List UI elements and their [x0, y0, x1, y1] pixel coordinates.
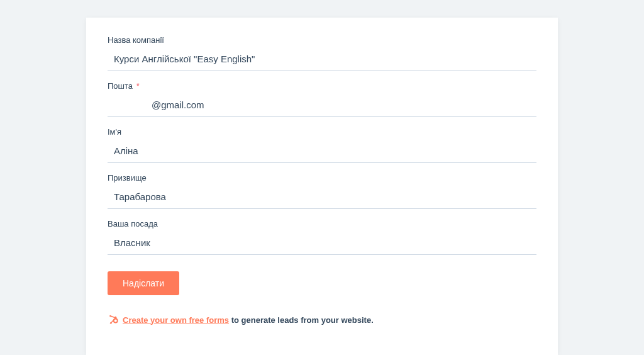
company-label: Назва компанії: [108, 35, 536, 45]
svg-point-3: [114, 319, 118, 323]
footer-text: Create your own free forms to generate l…: [123, 315, 374, 325]
submit-button[interactable]: Надіслати: [108, 271, 179, 295]
create-forms-link[interactable]: Create your own free forms: [123, 315, 229, 325]
firstname-label: Ім'я: [108, 127, 536, 137]
field-email: Пошта * @gmail.com: [108, 81, 536, 117]
email-label-text: Пошта: [108, 81, 133, 91]
lastname-input[interactable]: [108, 186, 536, 209]
position-label: Ваша посада: [108, 219, 536, 228]
field-firstname: Ім'я: [108, 127, 536, 163]
firstname-input[interactable]: [108, 140, 536, 163]
hubspot-icon: [108, 314, 119, 325]
field-company: Назва компанії: [108, 35, 536, 71]
position-input[interactable]: [108, 232, 536, 255]
required-indicator: *: [136, 81, 140, 91]
field-position: Ваша посада: [108, 219, 536, 255]
footer-note: Create your own free forms to generate l…: [108, 314, 536, 325]
company-input[interactable]: [108, 48, 536, 71]
email-input[interactable]: @gmail.com: [108, 94, 536, 117]
footer-rest-text: to generate leads from your website.: [229, 315, 374, 325]
field-lastname: Призвище: [108, 173, 536, 209]
email-label: Пошта *: [108, 81, 536, 91]
lastname-label: Призвище: [108, 173, 536, 183]
form-card: Назва компанії Пошта * @gmail.com Ім'я П…: [86, 18, 558, 355]
